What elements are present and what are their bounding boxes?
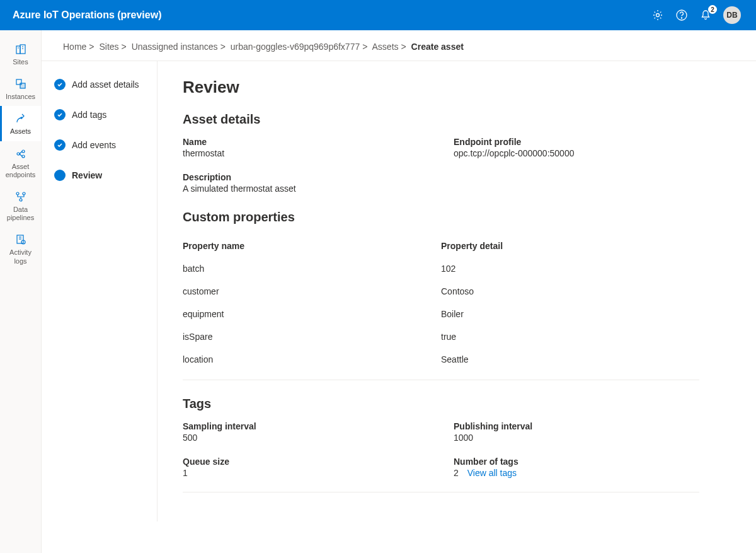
- label-publishing: Publishing interval: [454, 421, 699, 431]
- main-area: Home> Sites> Unassigned instances> urban…: [42, 30, 756, 553]
- breadcrumb: Home> Sites> Unassigned instances> urban…: [42, 30, 756, 61]
- review-panel: Review Asset details Name thermostat End…: [158, 61, 724, 521]
- topbar: Azure IoT Operations (preview) 2 DB: [0, 0, 756, 30]
- sidenav: Sites Instances Assets Asset endpoints D…: [0, 30, 42, 553]
- avatar[interactable]: DB: [723, 6, 741, 24]
- breadcrumb-link[interactable]: Unassigned instances: [132, 42, 218, 52]
- table-row: customerContoso: [183, 280, 699, 303]
- check-icon: [54, 139, 66, 151]
- step-label: Add tags: [72, 110, 106, 120]
- sidenav-item-activity-logs[interactable]: Activity logs: [0, 227, 41, 270]
- svg-point-12: [22, 150, 25, 153]
- col-property-detail: Property detail: [441, 235, 699, 257]
- table-row: locationSeattle: [183, 348, 699, 376]
- svg-point-17: [23, 192, 25, 195]
- notification-badge: 2: [708, 5, 717, 14]
- sidenav-item-assets[interactable]: Assets: [0, 106, 41, 141]
- step-add-events[interactable]: Add events: [54, 139, 157, 151]
- settings-icon[interactable]: [651, 9, 664, 21]
- check-icon: [54, 109, 66, 120]
- sidenav-label: Activity logs: [3, 248, 38, 265]
- sidenav-label: Assets: [10, 127, 31, 136]
- step-label: Add asset details: [72, 79, 139, 90]
- breadcrumb-link[interactable]: Sites: [99, 42, 118, 52]
- sidenav-item-sites[interactable]: Sites: [0, 37, 41, 71]
- breadcrumb-current: Create asset: [411, 42, 464, 52]
- value-endpoint: opc.tcp://opcplc-000000:50000: [454, 148, 699, 158]
- wizard-steps: Add asset details Add tags Add events Re…: [42, 61, 158, 521]
- svg-rect-4: [20, 45, 25, 54]
- svg-point-0: [656, 14, 660, 17]
- step-review[interactable]: Review: [54, 170, 157, 181]
- col-property-name: Property name: [183, 235, 441, 257]
- section-heading-asset-details: Asset details: [183, 112, 699, 127]
- sidenav-item-instances[interactable]: Instances: [0, 71, 41, 106]
- table-row: batch102: [183, 257, 699, 280]
- help-icon[interactable]: [675, 9, 688, 21]
- table-row: equipmentBoiler: [183, 303, 699, 325]
- svg-line-15: [20, 154, 22, 156]
- breadcrumb-link[interactable]: Assets: [372, 42, 399, 52]
- svg-rect-3: [16, 46, 20, 54]
- svg-point-11: [17, 153, 20, 155]
- sidenav-item-asset-endpoints[interactable]: Asset endpoints: [0, 141, 41, 184]
- breadcrumb-link[interactable]: urban-goggles-v69pq969p6fx777: [231, 42, 360, 52]
- section-heading-custom-properties: Custom properties: [183, 210, 699, 224]
- step-label: Review: [72, 170, 102, 180]
- step-add-asset-details[interactable]: Add asset details: [54, 79, 157, 90]
- custom-properties-table: Property name Property detail batch102 c…: [183, 235, 699, 376]
- sidenav-label: Asset endpoints: [3, 163, 38, 179]
- sidenav-label: Sites: [13, 58, 28, 66]
- view-all-tags-link[interactable]: View all tags: [461, 468, 517, 478]
- svg-point-16: [16, 192, 19, 195]
- divider: [183, 380, 699, 380]
- svg-point-10: [21, 117, 22, 119]
- app-title: Azure IoT Operations (preview): [13, 9, 651, 21]
- value-tag-count: 2: [454, 468, 459, 478]
- dot-icon: [54, 170, 66, 181]
- notifications-icon[interactable]: 2: [699, 9, 712, 21]
- section-heading-tags: Tags: [183, 397, 699, 411]
- label-tag-count: Number of tags: [454, 457, 699, 467]
- svg-point-2: [681, 18, 682, 18]
- value-name: thermostat: [183, 148, 428, 158]
- check-icon: [54, 79, 66, 90]
- page-title: Review: [183, 78, 699, 97]
- table-row: isSparetrue: [183, 325, 699, 348]
- step-label: Add events: [72, 140, 116, 150]
- label-description: Description: [183, 172, 699, 182]
- value-description: A simulated thermostat asset: [183, 183, 699, 194]
- value-queue: 1: [183, 468, 428, 478]
- svg-point-13: [22, 155, 25, 158]
- label-name: Name: [183, 137, 428, 147]
- sidenav-label: Instances: [6, 93, 35, 101]
- value-sampling: 500: [183, 433, 428, 443]
- sidenav-item-data-pipelines[interactable]: Data pipelines: [0, 184, 41, 227]
- svg-point-18: [20, 199, 22, 201]
- breadcrumb-link[interactable]: Home: [63, 42, 86, 52]
- sidenav-label: Data pipelines: [3, 206, 38, 222]
- label-endpoint: Endpoint profile: [454, 137, 699, 147]
- label-sampling: Sampling interval: [183, 421, 428, 431]
- label-queue: Queue size: [183, 457, 428, 467]
- divider: [183, 492, 699, 492]
- value-publishing: 1000: [454, 433, 699, 443]
- svg-rect-9: [20, 83, 25, 88]
- step-add-tags[interactable]: Add tags: [54, 109, 157, 120]
- svg-line-14: [20, 151, 22, 154]
